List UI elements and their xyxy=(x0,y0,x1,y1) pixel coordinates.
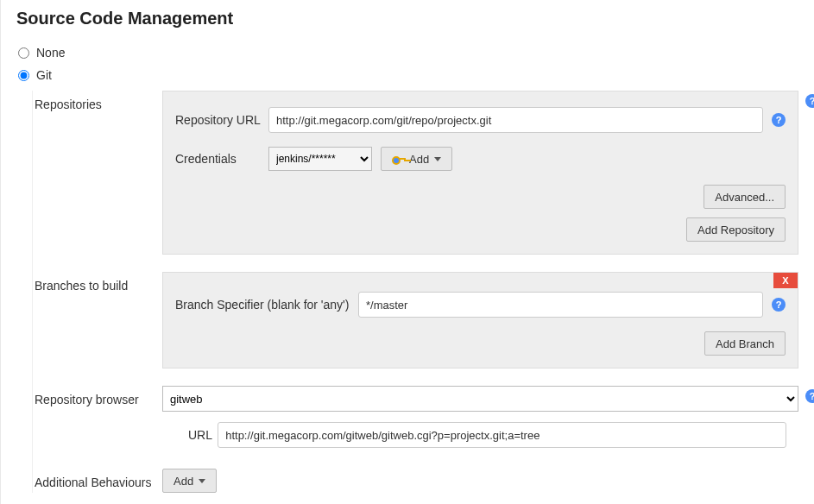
repo-url-input[interactable] xyxy=(268,107,763,133)
add-behaviour-button[interactable]: Add xyxy=(162,469,217,493)
branch-specifier-input[interactable] xyxy=(358,292,763,318)
branch-specifier-label: Branch Specifier (blank for 'any') xyxy=(175,298,358,312)
chevron-down-icon xyxy=(199,479,205,483)
chevron-down-icon xyxy=(434,157,441,161)
help-icon[interactable]: ? xyxy=(805,389,814,403)
help-icon[interactable]: ? xyxy=(805,94,814,108)
scm-none-label: None xyxy=(36,46,65,60)
repo-browser-select[interactable]: gitweb xyxy=(162,386,798,412)
add-branch-button[interactable]: Add Branch xyxy=(704,331,786,356)
advanced-button[interactable]: Advanced... xyxy=(704,185,786,209)
add-behaviour-label: Add xyxy=(174,475,193,488)
scm-option-none[interactable]: None xyxy=(18,46,798,60)
add-repository-button[interactable]: Add Repository xyxy=(686,217,786,242)
scm-git-label: Git xyxy=(36,68,52,82)
repo-url-label: Repository URL xyxy=(175,113,268,127)
scm-radio-git[interactable] xyxy=(18,70,29,81)
repositories-label: Repositories xyxy=(35,91,162,111)
browser-url-label: URL xyxy=(188,428,218,442)
scm-option-git[interactable]: Git xyxy=(18,68,798,82)
help-icon[interactable]: ? xyxy=(772,298,786,312)
branches-label: Branches to build xyxy=(35,272,162,293)
repo-browser-label: Repository browser xyxy=(35,386,162,406)
scm-radio-none[interactable] xyxy=(18,47,29,59)
key-icon xyxy=(392,155,404,162)
branch-panel: X Branch Specifier (blank for 'any') ? A… xyxy=(162,272,798,369)
credentials-label: Credentials xyxy=(175,152,268,166)
add-credentials-button[interactable]: Add xyxy=(381,147,452,171)
additional-behaviours-label: Additional Behaviours xyxy=(35,469,162,489)
credentials-select[interactable]: jenkins/****** xyxy=(268,147,372,171)
help-icon[interactable]: ? xyxy=(772,113,786,127)
browser-url-input[interactable] xyxy=(218,422,786,448)
add-credentials-label: Add xyxy=(409,153,429,166)
delete-branch-button[interactable]: X xyxy=(773,273,798,288)
section-title: Source Code Management xyxy=(16,9,798,28)
repository-panel: Repository URL ? Credentials jenkins/***… xyxy=(162,91,798,255)
